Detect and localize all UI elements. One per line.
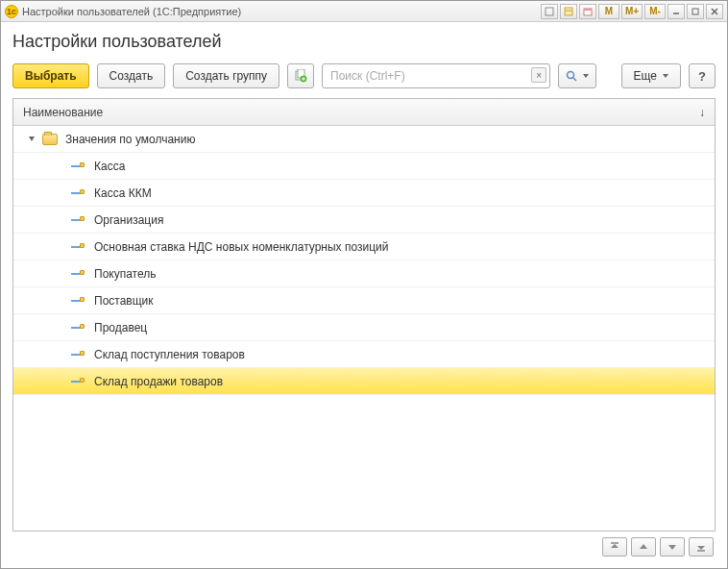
tree-item-row[interactable]: Склад продажи товаров — [13, 368, 715, 395]
search-wrap: × — [322, 63, 550, 88]
item-icon — [71, 161, 85, 171]
chevron-down-icon — [663, 74, 668, 78]
tree-item-row[interactable]: Склад поступления товаров — [13, 341, 715, 368]
page-title: Настройки пользователей — [12, 32, 716, 52]
chevron-down-icon — [583, 74, 589, 78]
content: Настройки пользователей Выбрать Создать … — [1, 22, 727, 568]
nav-last-button[interactable] — [689, 537, 714, 557]
item-label: Организация — [94, 213, 163, 227]
item-label: Основная ставка НДС новых номенклатурных… — [94, 240, 388, 254]
item-label: Касса — [94, 160, 125, 173]
memory-mminus-button[interactable]: M- — [644, 4, 666, 19]
expander-icon[interactable] — [27, 135, 36, 144]
tree-item-row[interactable]: Покупатель — [13, 260, 715, 287]
minimize-button[interactable] — [667, 4, 685, 19]
svg-marker-20 — [697, 546, 705, 550]
toolbar: Выбрать Создать Создать группу × Еще ? — [12, 63, 716, 88]
item-label: Склад продажи товаров — [94, 375, 223, 388]
item-icon — [71, 215, 85, 225]
tree-item-row[interactable]: Касса ККМ — [13, 180, 715, 207]
search-clear-button[interactable]: × — [531, 67, 546, 83]
window-title: Настройки пользователей (1С:Предприятие) — [22, 6, 541, 17]
maximize-button[interactable] — [687, 4, 704, 19]
copy-button[interactable] — [287, 63, 314, 88]
svg-rect-0 — [546, 8, 553, 15]
item-label: Касса ККМ — [94, 186, 152, 200]
item-label: Склад поступления товаров — [94, 348, 245, 361]
footer-nav — [12, 532, 716, 558]
tree-item-row[interactable]: Организация — [13, 207, 715, 234]
svg-rect-6 — [692, 9, 698, 14]
create-button[interactable]: Создать — [97, 63, 166, 88]
nav-down-button[interactable] — [660, 537, 685, 557]
tree-group-row[interactable]: Значения по умолчанию — [13, 126, 715, 153]
item-icon — [71, 350, 85, 359]
item-icon — [71, 377, 85, 386]
item-label: Поставщик — [94, 294, 154, 308]
window: 1c Настройки пользователей (1С:Предприят… — [0, 0, 728, 569]
item-icon — [71, 242, 85, 252]
svg-rect-1 — [565, 8, 572, 15]
item-label: Продавец — [94, 321, 147, 334]
item-icon — [71, 188, 85, 198]
tool-button-2[interactable] — [560, 4, 577, 19]
grid-header[interactable]: Наименование ↓ — [13, 99, 715, 126]
grid: Наименование ↓ Значения по умолчанию Кас… — [12, 98, 716, 532]
app-icon: 1c — [5, 5, 18, 18]
item-icon — [71, 296, 85, 306]
select-button[interactable]: Выбрать — [12, 63, 89, 88]
memory-m-button[interactable]: M — [598, 4, 619, 19]
svg-rect-4 — [584, 9, 592, 11]
svg-marker-16 — [611, 544, 619, 548]
item-icon — [71, 323, 85, 333]
titlebar-tools: M M+ M- — [541, 4, 723, 19]
calendar-icon[interactable] — [579, 4, 596, 19]
memory-mplus-button[interactable]: M+ — [621, 4, 643, 19]
tree-item-row[interactable]: Продавец — [13, 314, 715, 341]
tool-button-1[interactable] — [541, 4, 558, 19]
close-button[interactable] — [706, 4, 723, 19]
svg-point-14 — [568, 72, 574, 79]
folder-icon — [42, 134, 58, 145]
column-header: Наименование — [23, 106, 103, 119]
svg-marker-18 — [640, 544, 647, 549]
tree-item-row[interactable]: Поставщик — [13, 287, 715, 314]
tree-item-row[interactable]: Основная ставка НДС новых номенклатурных… — [13, 234, 715, 260]
nav-first-button[interactable] — [602, 537, 627, 557]
more-label: Еще — [634, 69, 657, 83]
search-input[interactable] — [322, 63, 550, 88]
create-group-button[interactable]: Создать группу — [173, 63, 279, 88]
item-label: Покупатель — [94, 267, 156, 281]
item-icon — [71, 269, 85, 279]
group-label: Значения по умолчанию — [65, 133, 195, 146]
search-dropdown-button[interactable] — [558, 63, 596, 88]
sort-indicator-icon: ↓ — [699, 106, 705, 119]
help-button[interactable]: ? — [689, 63, 716, 88]
tree-item-row[interactable]: Касса — [13, 153, 715, 180]
svg-line-15 — [573, 78, 576, 81]
titlebar: 1c Настройки пользователей (1С:Предприят… — [1, 1, 727, 22]
svg-marker-19 — [668, 545, 676, 550]
more-button[interactable]: Еще — [621, 63, 681, 88]
grid-body: Значения по умолчанию Касса Касса ККМ Ор… — [13, 126, 715, 531]
nav-up-button[interactable] — [631, 537, 656, 557]
